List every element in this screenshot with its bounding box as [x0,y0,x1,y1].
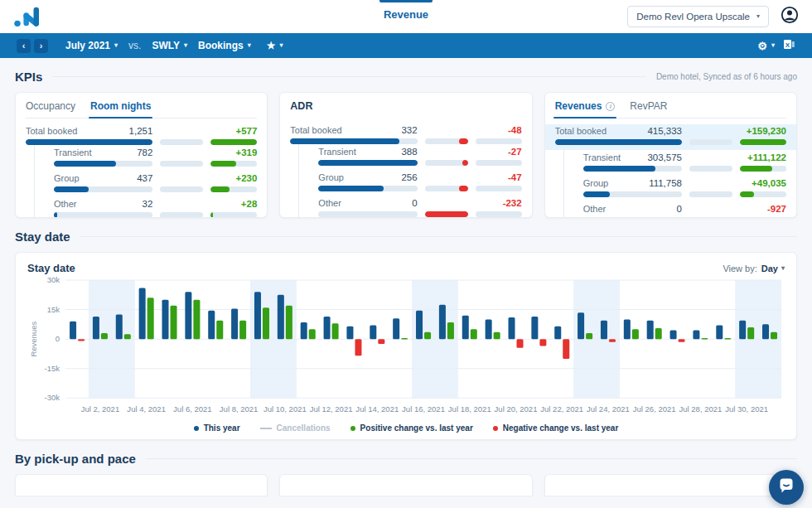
legend-item-positive-change-vs-last-year[interactable]: Positive change vs. last year [350,423,473,433]
y-axis-tick: -15k [45,364,60,373]
kpi-negative-change-fill [462,160,467,166]
tab-revenues[interactable]: Revenuesi [555,100,616,112]
next-period-button[interactable]: › [34,39,48,53]
kpi-row-transient[interactable]: Transient303,575+111,122 [583,150,786,176]
kpi-row-value: 437 [137,173,152,183]
kpi-row-other[interactable]: Other0-232 [318,196,521,218]
property-selector[interactable]: Demo Revl Opera Upscale ▾ [627,6,769,27]
kpi-row-change: -47 [476,172,522,182]
tab-revenue[interactable]: Revenue [384,8,428,21]
bar-this-year-jul-29 [716,326,723,340]
bar-this-year-jul-1 [70,322,76,339]
period-dropdown[interactable]: July 2021 ▾ [65,40,118,51]
kpi-row-other[interactable]: Other0-927 [583,201,786,218]
bar-this-year-jul-25 [624,319,631,339]
bar-change-jul-1 [78,339,85,341]
kpi-row-other[interactable]: Other32+28 [54,196,257,218]
pickup-card-stub [544,474,797,496]
settings-dropdown[interactable]: ⚙ ▾ [757,41,775,51]
bar-this-year-jul-24 [601,321,607,340]
user-avatar-icon[interactable] [781,6,799,27]
bar-this-year-jul-13 [346,327,353,339]
kpi-row-group[interactable]: Group111,758+49,035 [583,176,786,201]
kpi-negative-change-bar [160,186,203,192]
kpi-row-labelvalue: Total booked1,251 [26,126,152,136]
bar-this-year-jul-31 [762,324,769,339]
kpi-row-total-booked[interactable]: Total booked415,333+159,230 [545,124,796,150]
kpi-main-bar-fill [318,160,417,166]
legend-item-negative-change-vs-last-year[interactable]: Negative change vs. last year [493,423,619,433]
kpi-row-bars [318,211,521,217]
legend-dot-marker [493,426,498,431]
bar-change-jul-14 [378,339,384,344]
kpi-positive-change-fill [210,212,213,218]
tab-room-nights[interactable]: Room nights [90,100,151,112]
stay-date-bar-chart[interactable]: 30k15k0-15k-30kRevenuesJul 2, 2021Jul 4,… [27,276,785,422]
bar-change-jul-29 [724,338,731,340]
active-tab-indicator [379,0,433,2]
kpi-row-text: Transient303,575+111,122 [583,152,786,162]
legend-item-cancellations[interactable]: Cancellations [260,423,331,433]
kpi-positive-change-bar [740,191,786,197]
bar-this-year-jul-18 [462,316,469,339]
svg-text:X: X [785,41,790,49]
tab-label: RevPAR [630,100,667,112]
kpi-card-header: ADR [290,100,521,118]
kpi-row-labelvalue: Group111,758 [583,178,682,188]
info-icon[interactable]: i [606,102,615,111]
kpi-negative-change-bar [425,211,468,217]
tab-occupancy[interactable]: Occupancy [26,100,75,112]
kpi-row-transient[interactable]: Transient782+319 [54,145,257,171]
kpi-row-value: 303,575 [647,152,682,162]
kpi-positive-change-bar [740,217,786,218]
chat-launcher-button[interactable] [769,470,804,505]
kpi-positive-change-fill [210,161,236,167]
kpi-row-transient[interactable]: Transient388-27 [318,144,521,170]
x-axis-tick: Jul 12, 2021 [310,404,353,414]
bar-change-jul-13 [355,339,361,356]
bar-this-year-jul-27 [670,330,677,339]
excel-export-icon[interactable]: X [783,39,795,52]
kpi-negative-change-bar [160,161,203,167]
kpi-row-value: 415,333 [647,126,682,136]
kpi-main-bar [583,217,682,218]
kpi-row-change: -927 [740,204,786,214]
kpi-row-text: Total booked1,251+577 [26,126,257,136]
bar-change-jul-20 [517,339,524,348]
bar-change-jul-9 [263,307,269,339]
x-axis-tick: Jul 20, 2021 [495,404,538,414]
kpi-main-bar-fill [583,166,655,172]
bar-change-jul-18 [471,329,477,339]
app-logo-icon[interactable] [13,6,43,27]
kpi-row-group[interactable]: Group256-47 [318,170,521,196]
y-axis-tick: -30k [45,393,60,402]
kpi-negative-change-bar [689,217,732,218]
bar-change-jul-31 [771,332,777,339]
tab-revpar[interactable]: RevPAR [630,100,667,112]
kpi-main-bar-fill [583,191,610,197]
kpi-negative-change-bar [689,166,732,172]
kpi-row-group[interactable]: Group437+230 [54,171,257,196]
kpi-row-bars [555,139,786,145]
bar-change-jul-25 [632,329,639,339]
kpi-row-total-booked[interactable]: Total booked1,251+577 [16,124,267,145]
view-by-dropdown[interactable]: Day ▾ [761,264,785,273]
bar-this-year-jul-11 [301,322,307,339]
y-axis-tick: 30k [47,276,60,284]
comparison-dropdown[interactable]: SWLY ▾ [152,40,187,51]
prev-period-button[interactable]: ‹ [17,39,31,53]
kpi-row-change: +577 [210,126,257,136]
kpi-row-bars [54,212,257,218]
kpi-row-value: 256 [401,172,417,182]
favorites-dropdown[interactable]: ★ ▾ [267,40,283,51]
kpi-row-value: 388 [401,147,417,157]
legend-item-this-year[interactable]: This year [194,423,240,433]
kpi-negative-change-fill [459,138,468,144]
bar-change-jul-24 [609,339,616,342]
metric-dropdown[interactable]: Bookings ▾ [198,40,251,51]
kpi-main-bar [54,212,152,218]
kpi-negative-change-bar [425,160,468,166]
bar-change-jul-6 [193,300,200,339]
kpi-row-total-booked[interactable]: Total booked332-48 [280,123,531,144]
kpi-row-change: +230 [210,173,257,183]
